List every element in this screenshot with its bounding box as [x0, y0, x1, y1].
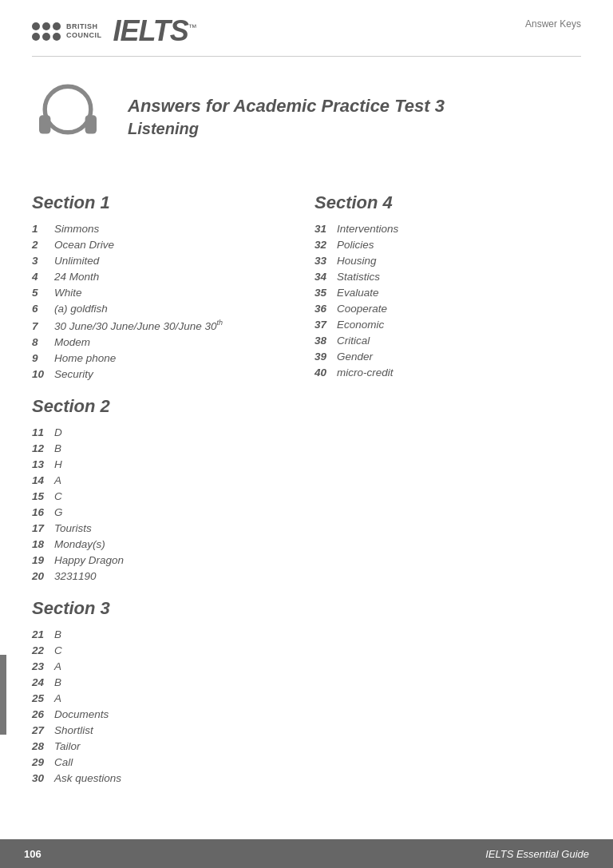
answer-val: White [54, 287, 82, 299]
bc-dot [32, 33, 40, 41]
answer-num: 38 [314, 335, 337, 347]
answer-item: 10Security [32, 368, 299, 380]
answer-num: 35 [314, 287, 337, 299]
answer-num: 34 [314, 271, 337, 283]
left-column: Section 1 1Simmons2Ocean Drive3Unlimited… [32, 176, 299, 800]
ielts-logo: IELTS™ [113, 14, 196, 48]
answer-item: 15C [32, 490, 299, 502]
answer-item: 30Ask questions [32, 772, 299, 784]
answer-item: 9Home phone [32, 352, 299, 364]
answer-val: C [54, 644, 62, 656]
answer-val: B [54, 628, 61, 640]
answer-num: 24 [32, 676, 54, 688]
footer-page-num: 106 [24, 848, 42, 860]
answer-val: A [54, 474, 61, 486]
content-area: Section 1 1Simmons2Ocean Drive3Unlimited… [0, 168, 613, 816]
answer-item: 730 June/30 June/June 30/June 30th [32, 319, 299, 332]
answer-item: 28Tailor [32, 740, 299, 752]
section3-list: 21B22C23A24B25A26Documents27Shortlist28T… [32, 628, 299, 784]
answer-val: Evaluate [337, 287, 379, 299]
bc-dot [53, 33, 61, 41]
answer-val: Tourists [54, 522, 92, 534]
answer-num: 14 [32, 474, 54, 486]
answer-val: Housing [337, 255, 377, 267]
answer-val: Gender [337, 351, 373, 363]
answer-val: G [54, 506, 63, 518]
answer-num: 15 [32, 490, 54, 502]
svg-rect-2 [85, 115, 97, 133]
answer-item: 11D [32, 426, 299, 438]
answer-val: Home phone [54, 352, 116, 364]
answer-val: Security [54, 368, 93, 380]
answer-item: 37Economic [314, 319, 581, 331]
answer-num: 27 [32, 724, 54, 736]
header: BRITISH COUNCIL IELTS™ Answer Keys [0, 0, 613, 56]
answer-num: 1 [32, 223, 54, 235]
answer-val: Happy Dragon [54, 554, 124, 566]
answer-item: 5White [32, 287, 299, 299]
answer-num: 12 [32, 442, 54, 454]
answer-val: 24 Month [54, 271, 99, 283]
section1-list: 1Simmons2Ocean Drive3Unlimited424 Month5… [32, 223, 299, 380]
answer-val: (a) goldfish [54, 303, 108, 315]
answer-item: 18Monday(s) [32, 538, 299, 550]
answer-val: Tailor [54, 740, 81, 752]
answer-item: 2Ocean Drive [32, 239, 299, 251]
answer-num: 22 [32, 644, 54, 656]
footer-book-title: IELTS Essential Guide [485, 848, 589, 860]
answer-item: 6(a) goldfish [32, 303, 299, 315]
section3-heading: Section 3 [32, 598, 299, 619]
bc-dots-grid [32, 22, 61, 41]
answer-num: 33 [314, 255, 337, 267]
answer-num: 29 [32, 756, 54, 768]
bc-line2: COUNCIL [66, 31, 102, 40]
answer-num: 20 [32, 570, 54, 582]
british-council-logo: BRITISH COUNCIL [32, 22, 102, 41]
bc-dot [32, 22, 40, 30]
answer-val: Modem [54, 336, 90, 348]
answer-item: 203231190 [32, 570, 299, 582]
answer-num: 3 [32, 255, 54, 267]
answer-val: Documents [54, 708, 109, 720]
answer-num: 32 [314, 239, 337, 251]
answer-val: Critical [337, 335, 370, 347]
answer-item: 39Gender [314, 351, 581, 363]
footer: 106 IELTS Essential Guide [0, 839, 613, 868]
answer-val: H [54, 458, 62, 470]
answer-item: 33Housing [314, 255, 581, 267]
answer-num: 4 [32, 271, 54, 283]
answer-val: Simmons [54, 223, 99, 235]
answer-num: 8 [32, 336, 54, 348]
answer-item: 424 Month [32, 271, 299, 283]
answer-val: Policies [337, 239, 374, 251]
sub-title: Listening [128, 120, 445, 138]
answer-num: 18 [32, 538, 54, 550]
answer-item: 12B [32, 442, 299, 454]
answer-num: 19 [32, 554, 54, 566]
answer-num: 9 [32, 352, 54, 364]
answer-val: A [54, 692, 61, 704]
answer-item: 23A [32, 660, 299, 672]
answer-item: 34Statistics [314, 271, 581, 283]
answer-val: micro-credit [337, 367, 394, 379]
answer-num: 40 [314, 367, 337, 379]
answer-item: 31Interventions [314, 223, 581, 235]
answer-item: 38Critical [314, 335, 581, 347]
answer-num: 36 [314, 303, 337, 315]
answer-num: 7 [32, 320, 54, 332]
answer-num: 13 [32, 458, 54, 470]
answer-num: 28 [32, 740, 54, 752]
answer-val: Cooperate [337, 303, 387, 315]
british-council-text: BRITISH COUNCIL [66, 22, 102, 40]
section1-heading: Section 1 [32, 192, 299, 213]
answer-item: 22C [32, 644, 299, 656]
answer-item: 3Unlimited [32, 255, 299, 267]
answer-num: 10 [32, 368, 54, 380]
answer-val: Shortlist [54, 724, 93, 736]
right-column: Section 4 31Interventions32Policies33Hou… [314, 176, 581, 800]
answer-item: 21B [32, 628, 299, 640]
answer-num: 6 [32, 303, 54, 315]
answer-val: Statistics [337, 271, 380, 283]
answer-val: Ocean Drive [54, 239, 114, 251]
answer-item: 24B [32, 676, 299, 688]
